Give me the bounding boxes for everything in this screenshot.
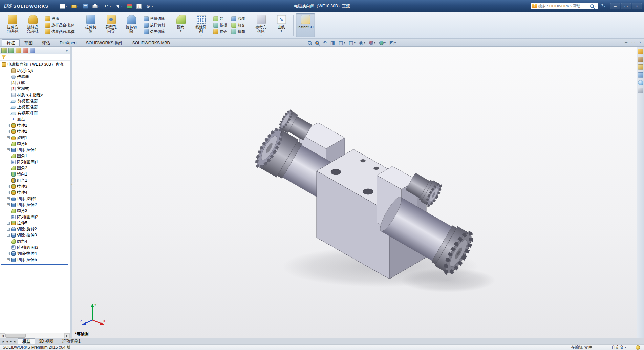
tree-item[interactable]: 历史记录 <box>0 67 70 74</box>
tree-item[interactable]: +拉伸3 <box>0 183 70 189</box>
window-close-button[interactable]: × <box>632 3 642 9</box>
tree-item[interactable]: 圆角4 <box>0 238 70 244</box>
tree-item[interactable]: 圆角5 <box>0 141 70 147</box>
expand-toggle-icon[interactable]: + <box>7 148 10 151</box>
tree-item[interactable]: 圆角3 <box>0 208 70 214</box>
tree-item[interactable]: 传感器 <box>0 74 70 80</box>
tree-item[interactable]: 电磁换向阀（WE10 30B）直流 <box>0 61 70 67</box>
tree-item[interactable]: +拉伸1 <box>0 122 70 128</box>
view-orientation-button[interactable]: ◰▾ <box>337 40 346 46</box>
tree-item[interactable]: 前视基准面 <box>0 98 70 104</box>
tab-evaluate[interactable]: 评估 <box>37 39 55 46</box>
featuremanager-tab[interactable] <box>1 48 7 53</box>
dimxpertmanager-tab[interactable] <box>23 48 28 53</box>
tab-dimxpert[interactable]: DimXpert <box>55 39 81 46</box>
scroll-left-button[interactable]: ◀ <box>0 333 5 338</box>
displaymanager-tab[interactable] <box>30 48 35 53</box>
propertymanager-tab[interactable] <box>8 48 14 53</box>
tree-item[interactable]: 上视基准面 <box>0 104 70 110</box>
tree-item[interactable]: +拉伸2 <box>0 128 70 135</box>
scroll-thumb[interactable] <box>5 334 26 338</box>
ribbon-intersect-button[interactable]: 相交 <box>231 23 245 28</box>
appearances-scenes-tab[interactable] <box>638 80 643 85</box>
ribbon-rib-button[interactable]: 筋 <box>213 16 227 21</box>
ribbon-wrap-button[interactable]: 包覆 <box>231 16 245 21</box>
search-caret-icon[interactable]: ▾ <box>595 5 597 8</box>
last-tab-button[interactable]: ▶| <box>13 340 16 343</box>
expand-toggle-icon[interactable]: + <box>7 185 10 188</box>
tab-model[interactable]: 模型 <box>18 338 35 344</box>
tree-item[interactable]: +拉伸5 <box>0 220 70 226</box>
apply-scene-button[interactable]: ▾ <box>378 40 387 46</box>
ribbon-reference-geometry-button[interactable]: 参考几 何体▾ <box>251 13 271 37</box>
expand-toggle-icon[interactable]: + <box>7 258 10 261</box>
window-maximize-button[interactable]: ▭ <box>621 3 631 9</box>
ribbon-fillet-button[interactable]: 圆角▾ <box>171 13 191 37</box>
ribbon-hole-wizard-button[interactable]: 异型孔 向导 <box>101 13 121 37</box>
tree-item[interactable]: 阵列(圆周)2 <box>0 214 70 220</box>
ribbon-instant3d-button[interactable]: Instant3D <box>296 13 315 37</box>
file-explorer-tab[interactable] <box>638 64 643 70</box>
expand-toggle-icon[interactable]: + <box>7 228 10 231</box>
custom-properties-tab[interactable] <box>638 88 643 93</box>
expand-toggle-icon[interactable]: + <box>7 203 10 206</box>
model-3d[interactable] <box>72 47 637 338</box>
filter-icon[interactable] <box>2 55 6 59</box>
tree-item[interactable]: +切除-旋转1 <box>0 195 70 202</box>
tab-motion-study-1[interactable]: 运动算例1 <box>58 338 85 344</box>
tab-features[interactable]: 特征 <box>2 39 20 46</box>
graphics-viewport[interactable]: y x z *等轴测 <box>72 47 637 338</box>
design-library-tab[interactable] <box>638 57 643 62</box>
quick-open-button[interactable]: ▾ <box>70 3 80 9</box>
expand-toggle-icon[interactable]: + <box>7 197 10 200</box>
ribbon-boundary-boss-base-button[interactable]: 边界凸台/基体 <box>45 29 75 34</box>
quick-undo-button[interactable]: ▾ <box>102 3 113 10</box>
tree-item[interactable]: +切除-拉伸3 <box>0 232 70 238</box>
ribbon-extruded-cut-button[interactable]: 拉伸切 除 <box>81 13 101 37</box>
quick-select-button[interactable]: ▾ <box>114 3 124 10</box>
search-icon[interactable] <box>590 4 594 8</box>
zoom-fit-button[interactable] <box>306 40 313 45</box>
window-minimize-button[interactable]: ─ <box>610 3 620 9</box>
tab-solidworks-mbd[interactable]: SOLIDWORKS MBD <box>128 39 175 46</box>
next-tab-button[interactable]: ▶ <box>9 340 12 343</box>
tree-item[interactable]: 阵列(圆周)3 <box>0 244 70 250</box>
rollback-bar[interactable] <box>1 264 68 265</box>
doc-close-button[interactable]: × <box>639 40 641 45</box>
tree-item[interactable]: +切除-拉伸1 <box>0 147 70 153</box>
solidworks-resources-tab[interactable] <box>638 49 643 54</box>
ribbon-linear-pattern-button[interactable]: 线性阵 列▾ <box>191 13 211 37</box>
tree-item[interactable]: +切除-拉伸4 <box>0 250 70 256</box>
tree-item[interactable]: +旋转1 <box>0 135 70 141</box>
quick-new-button[interactable]: ▾ <box>58 3 69 10</box>
ribbon-curves-button[interactable]: 曲线▾ <box>272 13 291 37</box>
ribbon-revolved-cut-button[interactable]: 旋转切 除 <box>122 13 141 37</box>
tree-item[interactable]: 圆角2 <box>0 165 70 171</box>
doc-restore-button[interactable]: ▭ <box>631 40 635 45</box>
doc-minimize-button[interactable]: ─ <box>625 40 627 45</box>
tree-item[interactable]: 镜向1 <box>0 171 70 177</box>
tree-item[interactable]: +切除-旋转2 <box>0 226 70 232</box>
tree-item[interactable]: 材质 <未指定> <box>0 92 70 98</box>
ribbon-boundary-cut-button[interactable]: 边界切除 <box>144 29 165 34</box>
first-tab-button[interactable]: |◀ <box>1 340 4 343</box>
expand-toggle-icon[interactable]: + <box>7 124 10 127</box>
view-settings-button[interactable]: ◩▾ <box>388 40 397 46</box>
hide-show-items-button[interactable]: ◉▾ <box>358 40 366 46</box>
expand-toggle-icon[interactable]: + <box>7 130 10 133</box>
tree-item[interactable]: +原点 <box>0 116 70 122</box>
tree-item[interactable]: A注解 <box>0 80 70 86</box>
configurationmanager-tab[interactable] <box>16 48 21 53</box>
custom-button[interactable]: 自定义 ▾ <box>611 345 626 350</box>
tab-solidworks-add-ins[interactable]: SOLIDWORKS 插件 <box>81 39 128 46</box>
quick-options-button[interactable]: ▾ <box>144 3 155 10</box>
tree-item[interactable]: 圆角1 <box>0 153 70 159</box>
ribbon-lofted-cut-button[interactable]: 放样切割 <box>144 23 165 28</box>
expand-toggle-icon[interactable]: + <box>7 234 10 237</box>
ribbon-lofted-boss-base-button[interactable]: 放样凸台/基体 <box>45 23 75 28</box>
prev-tab-button[interactable]: ◀ <box>5 340 8 343</box>
tree-item[interactable]: 组合1 <box>0 177 70 183</box>
tree-item[interactable]: Σ方程式 <box>0 86 70 92</box>
help-button[interactable]: ? ▾ <box>601 4 605 8</box>
search-input[interactable] <box>538 4 589 8</box>
